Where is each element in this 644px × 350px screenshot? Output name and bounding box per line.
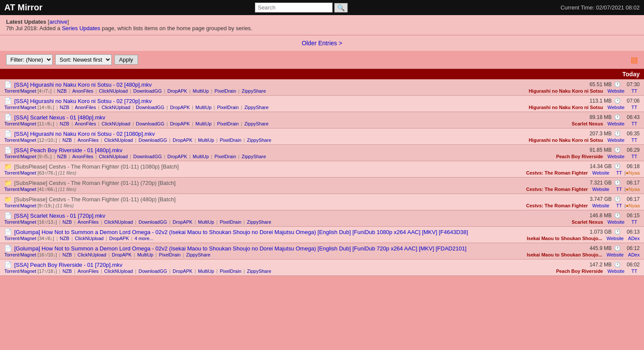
download-link-downloadgg[interactable]: DownloadGG <box>138 269 167 274</box>
download-link-nzb[interactable]: NZB <box>57 154 66 159</box>
download-link-nzb[interactable]: NZB <box>60 236 69 241</box>
website-link[interactable]: Website <box>588 187 614 192</box>
torrent-link[interactable]: Torrent <box>4 170 19 175</box>
torrent-link[interactable]: Torrent <box>4 121 19 126</box>
website-anchor[interactable]: Website <box>592 203 609 208</box>
tt-anchor[interactable]: TT <box>616 170 622 175</box>
tt-link[interactable]: TT <box>629 219 640 225</box>
download-link-dropapk[interactable]: DropAPK <box>112 252 132 257</box>
download-link-dropapk[interactable]: DropAPK <box>170 121 190 126</box>
website-link[interactable]: Website <box>588 170 614 175</box>
tt-link[interactable]: ADex <box>628 252 640 257</box>
download-link-dropapk[interactable]: DropAPK <box>173 269 192 274</box>
magnet-link[interactable]: Magnet <box>20 170 36 175</box>
tt-link[interactable]: TT <box>614 170 625 175</box>
website-link[interactable]: Website <box>603 154 629 159</box>
download-link-zippyshare[interactable]: ZippyShare <box>244 121 268 126</box>
magnet-link[interactable]: Magnet <box>20 138 36 143</box>
magnet-link[interactable]: Magnet <box>20 121 36 126</box>
download-link-dropapk[interactable]: DropAPK <box>109 236 129 241</box>
torrent-link[interactable]: Torrent <box>4 219 19 225</box>
tt-anchor[interactable]: TT <box>631 88 637 94</box>
magnet-link[interactable]: Magnet <box>20 252 36 257</box>
download-link-multiup[interactable]: MultiUp <box>193 154 209 159</box>
download-link-anonfiles[interactable]: AnonFiles <box>72 88 93 94</box>
series-anchor[interactable]: Scarlet Nexus <box>572 121 603 126</box>
download-link-multiup[interactable]: MultiUp <box>195 105 211 110</box>
download-link-clicknupload[interactable]: ClickNUpload <box>99 88 128 94</box>
entry-title-link[interactable]: [SubsPlease] Cestvs - The Roman Fighter … <box>14 163 575 170</box>
entry-title-link[interactable]: [SubsPlease] Cestvs - The Roman Fighter … <box>14 180 575 186</box>
tt-anchor[interactable]: TT <box>616 187 622 192</box>
website-link[interactable]: Website <box>603 138 629 143</box>
torrent-link[interactable]: Torrent <box>4 88 19 94</box>
adex-anchor[interactable]: ADex <box>628 236 640 241</box>
series-anchor[interactable]: Higurashi no Naku Koro ni Sotsu <box>529 88 603 94</box>
website-anchor[interactable]: Website <box>607 121 625 126</box>
magnet-link[interactable]: Magnet <box>20 236 36 241</box>
search-button[interactable]: 🔍 <box>334 3 348 12</box>
torrent-link[interactable]: Torrent <box>4 203 19 208</box>
tt-link[interactable]: TT <box>629 138 640 143</box>
website-link[interactable]: Website <box>603 219 629 225</box>
download-link-multiup[interactable]: MultiUp <box>198 269 214 274</box>
download-link-nzb[interactable]: NZB <box>63 219 72 225</box>
download-link-downloadgg[interactable]: DownloadGG <box>136 105 164 110</box>
magnet-link[interactable]: Magnet <box>20 154 36 159</box>
website-anchor[interactable]: Website <box>592 170 609 175</box>
download-link-zippyshare[interactable]: ZippyShare <box>244 105 268 110</box>
download-link-downloadgg[interactable]: DownloadGG <box>133 88 162 94</box>
tt-link[interactable]: TT <box>629 88 640 94</box>
download-link-clicknupload[interactable]: ClickNUpload <box>104 219 133 225</box>
entry-title-link[interactable]: [SSA] Scarlet Nexus - 01 [720p].mkv <box>14 212 575 219</box>
tt-anchor[interactable]: TT <box>631 219 637 225</box>
entry-title-link[interactable]: [SSA] Peach Boy Riverside - 01 [720p].mk… <box>14 262 575 268</box>
series-anchor[interactable]: Peach Boy Riverside <box>556 154 603 159</box>
download-link-multiup[interactable]: MultiUp <box>137 252 153 257</box>
website-anchor[interactable]: Website <box>607 154 625 159</box>
tt-anchor[interactable]: TT <box>631 269 637 274</box>
download-link-clicknupload[interactable]: ClickNUpload <box>101 105 130 110</box>
download-link-anonfiles[interactable]: AnonFiles <box>72 154 93 159</box>
website-link[interactable]: Website <box>602 236 628 241</box>
series-anchor[interactable]: Higurashi no Naku Koro ni Sotsu <box>529 105 603 110</box>
website-link[interactable]: Website <box>602 252 628 257</box>
magnet-link[interactable]: Magnet <box>20 187 36 192</box>
download-link-pixeldrain[interactable]: PixelDrain <box>220 138 241 143</box>
download-link-nzb[interactable]: NZB <box>57 88 66 94</box>
download-link-pixeldrain[interactable]: PixelDrain <box>214 88 236 94</box>
download-link-anonfiles[interactable]: AnonFiles <box>75 105 96 110</box>
entry-title-link[interactable]: [Golumpa] How Not to Summon a Demon Lord… <box>14 229 575 235</box>
website-link[interactable]: Website <box>603 269 629 274</box>
download-link-zippyshare[interactable]: ZippyShare <box>247 138 271 143</box>
series-anchor[interactable]: Cestvs: The Roman Fighter <box>526 187 588 192</box>
magnet-link[interactable]: Magnet <box>20 219 36 225</box>
magnet-link[interactable]: Magnet <box>20 88 36 94</box>
series-anchor[interactable]: Isekai Maou to Shoukan Shoujo... <box>527 252 602 257</box>
website-anchor[interactable]: Website <box>607 88 625 94</box>
download-link-multiup[interactable]: MultiUp <box>193 88 209 94</box>
website-anchor[interactable]: Website <box>592 187 609 192</box>
download-link-pixeldrain[interactable]: PixelDrain <box>217 121 239 126</box>
download-link-multiup[interactable]: MultiUp <box>195 121 211 126</box>
download-link-clicknupload[interactable]: ClickNUpload <box>104 269 133 274</box>
series-anchor[interactable]: Higurashi no Naku Koro ni Sotsu <box>529 138 603 143</box>
torrent-link[interactable]: Torrent <box>4 154 19 159</box>
search-input[interactable] <box>255 3 333 12</box>
download-link-downloadgg[interactable]: DownloadGG <box>138 219 167 225</box>
torrent-link[interactable]: Torrent <box>4 252 19 257</box>
download-link-multiup[interactable]: MultiUp <box>198 219 214 225</box>
download-link-anonfiles[interactable]: AnonFiles <box>75 121 96 126</box>
website-anchor[interactable]: Website <box>607 138 625 143</box>
download-link-clicknupload[interactable]: ClickNUpload <box>99 154 128 159</box>
download-link-dropapk[interactable]: DropAPK <box>170 105 190 110</box>
download-link-pixeldrain[interactable]: PixelDrain <box>217 105 239 110</box>
download-link-clicknupload[interactable]: ClickNUpload <box>78 252 107 257</box>
series-anchor[interactable]: Cestvs: The Roman Fighter <box>526 170 588 175</box>
nyaa-link[interactable]: ●Nyaa <box>626 187 640 192</box>
tt-link[interactable]: TT <box>614 187 625 192</box>
website-anchor[interactable]: Website <box>607 219 625 225</box>
website-link[interactable]: Website <box>588 203 614 208</box>
apply-button[interactable]: Apply <box>114 55 138 65</box>
website-anchor[interactable]: Website <box>606 236 624 241</box>
